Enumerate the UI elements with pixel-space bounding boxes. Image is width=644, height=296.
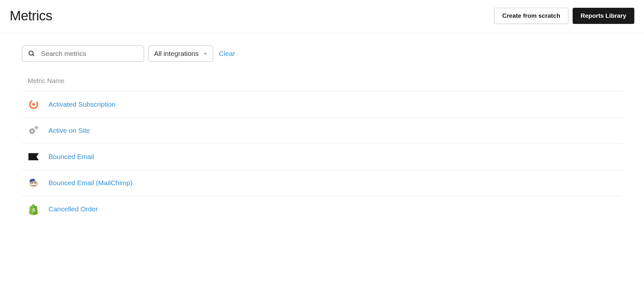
table-row: Active on Site [22,118,622,144]
clear-filters-link[interactable]: Clear [219,50,235,58]
svg-text:S: S [32,207,35,213]
svg-point-3 [32,103,35,106]
metric-link[interactable]: Activated Subscription [48,100,116,108]
shopify-icon: S [28,203,39,215]
metric-link[interactable]: Cancelled Order [48,205,98,213]
svg-line-9 [30,129,31,130]
search-icon [28,50,35,57]
table-row: Bounced Email (MailChimp) [22,170,622,196]
gears-icon [28,125,39,136]
svg-line-10 [34,132,34,133]
mailchimp-icon [28,177,39,189]
svg-line-11 [30,132,31,133]
chargebee-icon [28,99,39,110]
svg-line-1 [33,55,34,56]
filters-bar: All integrations Clear [0,33,644,62]
metric-link[interactable]: Bounced Email (MailChimp) [48,179,132,187]
table-column-header: Metric Name [22,77,622,91]
metrics-table: Metric Name Activated Subscription [0,77,644,222]
svg-point-0 [29,51,33,55]
page-header: Metrics Create from scratch Reports Libr… [0,0,644,33]
page-title: Metrics [10,8,52,24]
svg-point-21 [32,182,33,183]
search-wrapper [22,46,144,62]
table-row: Bounced Email [22,144,622,170]
svg-point-13 [36,127,37,128]
reports-library-button[interactable]: Reports Library [573,8,634,24]
table-row: S Cancelled Order [22,196,622,222]
create-from-scratch-button[interactable]: Create from scratch [494,8,568,24]
header-actions: Create from scratch Reports Library [494,8,634,24]
svg-point-4 [31,130,34,133]
dropdown-label: All integrations [154,50,199,58]
table-row: Activated Subscription [22,91,622,118]
svg-line-12 [34,129,34,130]
metric-link[interactable]: Active on Site [48,127,90,134]
metric-link[interactable]: Bounced Email [48,153,94,161]
svg-point-22 [35,182,36,183]
svg-point-20 [29,180,32,182]
klaviyo-flag-icon [28,151,39,163]
integrations-dropdown[interactable]: All integrations [149,46,213,62]
search-input[interactable] [41,50,138,58]
chevron-down-icon [203,51,208,56]
